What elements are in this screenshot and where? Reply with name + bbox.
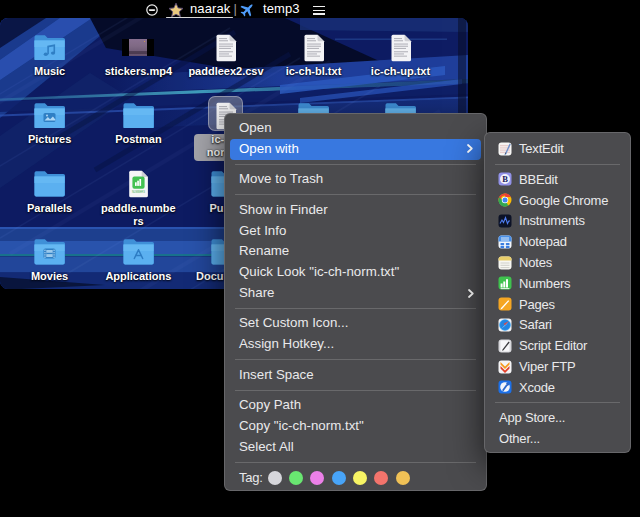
svg-text:B: B	[502, 175, 508, 185]
svg-text:NUMBERS: NUMBERS	[132, 190, 145, 194]
